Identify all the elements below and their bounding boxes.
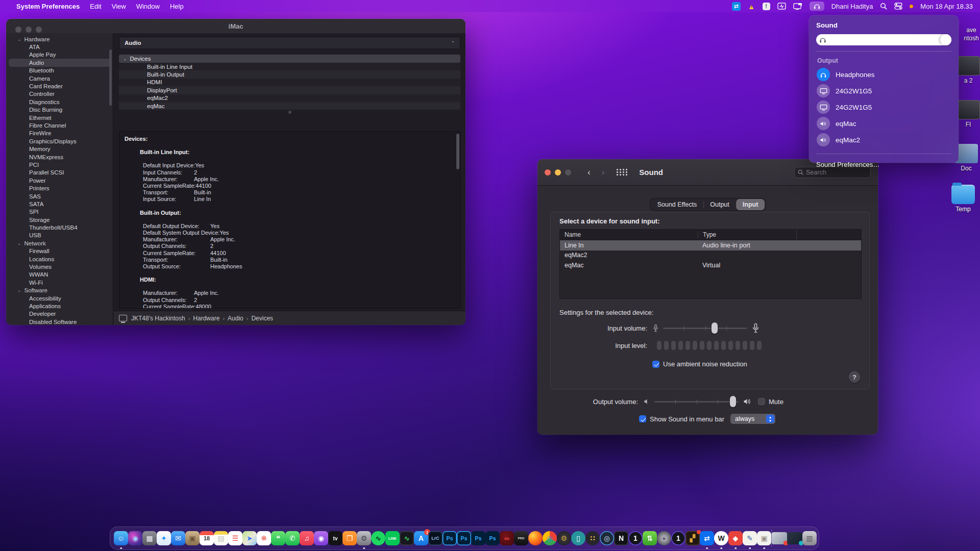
audio-section-header[interactable]: Audio ⌃ [119,37,460,48]
sidebar-item-firewire[interactable]: FireWire [6,130,113,137]
column-header-name[interactable]: Name [560,231,698,238]
breadcrumb-item[interactable]: Audio [228,315,243,322]
active-app-menu[interactable]: System Preferences [16,3,80,10]
spotlight-icon[interactable] [880,2,887,11]
details-scrollbar[interactable] [456,134,459,169]
dock-calendar[interactable]: 18 [200,531,214,545]
sidebar-item-volumes[interactable]: Volumes [6,263,113,270]
dock-iphone-mirroring[interactable]: ▯ [571,531,585,545]
dock-finder[interactable]: ☺ [114,531,128,545]
sidebar-item-locations[interactable]: Locations [6,255,113,263]
sidebar-scrollbar[interactable] [109,49,112,106]
input-volume-knob[interactable] [712,322,718,334]
input-volume-slider[interactable] [663,322,747,334]
dock-pro-can[interactable]: PRO [514,531,528,545]
dock-photos[interactable]: ❋ [257,531,271,545]
sidebar-item-camera[interactable]: Camera [6,74,113,82]
sidebar-item-wwan[interactable]: WWAN [6,271,113,279]
frequency-dropdown[interactable]: always ▲▼ [730,414,775,424]
sidebar-item-usb[interactable]: USB [6,232,113,239]
dock-photoshop-3[interactable]: Ps [471,531,485,545]
menu-edit[interactable]: Edit [90,3,101,10]
chevron-down-icon[interactable]: ⌄ [17,241,21,246]
dock-safari[interactable]: ✦ [157,531,171,545]
output-device-eqmac[interactable]: eqMac [809,115,959,132]
sidebar-item-apple-pay[interactable]: Apple Pay [6,51,113,59]
sidebar-item-bluetooth[interactable]: Bluetooth [6,67,113,74]
dock-white-bag-app[interactable]: ▣ [757,531,771,545]
teamviewer-icon[interactable]: ⇄ [732,2,741,11]
sidebar-item-ethernet[interactable]: Ethernet [6,114,113,121]
dock-capture-one-1[interactable]: 1 [628,531,643,545]
sysinfo-title-bar[interactable]: iMac [6,19,465,33]
sidebar-item-controller[interactable]: Controller [6,90,113,98]
back-button[interactable]: ‹ [587,167,591,178]
sidebar-item-card-reader[interactable]: Card Reader [6,82,113,90]
screen-share-icon[interactable] [793,2,802,11]
sidebar-item-developer[interactable]: Developer [6,310,113,318]
dock-photoshop-4[interactable]: Ps [485,531,500,545]
dock-mail[interactable]: ✉ [171,531,185,545]
sidebar-item-audio[interactable]: Audio [9,59,110,66]
dock-obs-camera[interactable]: ◎ [600,531,614,545]
tab-output[interactable]: Output [703,199,736,210]
dock-books[interactable]: ❐ [342,531,357,545]
dock-trash[interactable]: ▥ [802,531,817,545]
device-row[interactable]: eqMac2 [119,94,460,102]
sound-menu-extra[interactable] [810,2,824,11]
dock-messages[interactable]: ❝ [271,531,285,545]
zoom-button[interactable] [565,169,571,176]
output-device-eqmac2[interactable]: eqMac2 [809,132,959,148]
sidebar-item-fibre-channel[interactable]: Fibre Channel [6,121,113,129]
dock-red-diamond-app[interactable]: ◆ [728,531,743,545]
device-row[interactable]: DisplayPort [119,86,460,94]
device-row[interactable]: Built-in Output [119,70,460,78]
sidebar-item-hardware[interactable]: ⌄Hardware [6,35,113,43]
menu-bar-clock[interactable]: Mon 18 Apr 18.33 [920,3,973,10]
user-menu[interactable]: Dhani Haditya [831,3,873,10]
dock-notion[interactable]: N [614,531,628,545]
sidebar-item-firewall[interactable]: Firewall [6,247,113,255]
output-device-24g2w1g5[interactable]: 24G2W1G5 [809,99,959,115]
menu-help[interactable]: Help [170,3,184,10]
sidebar-item-disabled-software[interactable]: Disabled Software [6,318,113,325]
dock-firefox[interactable] [528,531,543,545]
forward-button[interactable]: › [602,167,605,178]
dock-lightroom-classic[interactable]: LrC [428,531,443,545]
minimize-button[interactable] [555,169,561,176]
table-row[interactable]: eqMac2 [560,251,861,261]
dock-capture-one-2[interactable]: 1 [671,531,685,545]
desktop-icon-temp[interactable]: Temp [945,185,980,214]
show-all-grid-icon[interactable] [617,169,628,176]
breadcrumb-item[interactable]: Hardware [193,315,219,322]
dock-music[interactable]: ♫ [300,531,314,545]
warning-icon[interactable]: ▲! [748,2,755,11]
dock-contacts[interactable]: ▣ [185,531,200,545]
sidebar-item-ata[interactable]: ATA [6,43,113,51]
dock-portrait-app[interactable]: ▞ [685,531,700,545]
sidebar-item-applications[interactable]: Applications [6,302,113,310]
control-center-icon[interactable] [894,2,902,11]
dock-gear-utility[interactable]: ⚙ [557,531,571,545]
dock-chrome[interactable]: ◎ [543,531,557,545]
dock-podcasts[interactable]: ◉ [314,531,328,545]
output-device-24g2w1g5[interactable]: 24G2W1G5 [809,83,959,99]
show-sound-menubar-checkbox[interactable] [639,415,646,422]
sidebar-item-diagnostics[interactable]: Diagnostics [6,98,113,106]
table-row[interactable]: eqMacVirtual [560,260,861,270]
chevron-down-icon[interactable]: ⌄ [17,288,21,293]
sidebar-item-power[interactable]: Power [6,177,113,184]
mute-checkbox[interactable] [758,398,765,405]
tab-sound-effects[interactable]: Sound Effects [651,199,704,210]
dock-activity-dark[interactable]: ∿ [400,531,414,545]
activity-window-icon[interactable] [777,2,786,11]
sound-preferences-link[interactable]: Sound Preferences… [809,160,959,169]
dock-spotify[interactable]: ∿ [371,531,385,545]
dock-wacom-w[interactable]: W [714,531,728,545]
dock-sync-app[interactable]: ⇅ [643,531,657,545]
dock-reminders[interactable]: ☰ [228,531,242,545]
dock-app-store[interactable]: A1 [414,531,428,545]
alert-badge-icon[interactable]: ! [763,2,770,11]
devices-group-row[interactable]: ⌄ Devices [119,55,460,63]
menu-view[interactable]: View [112,3,126,10]
